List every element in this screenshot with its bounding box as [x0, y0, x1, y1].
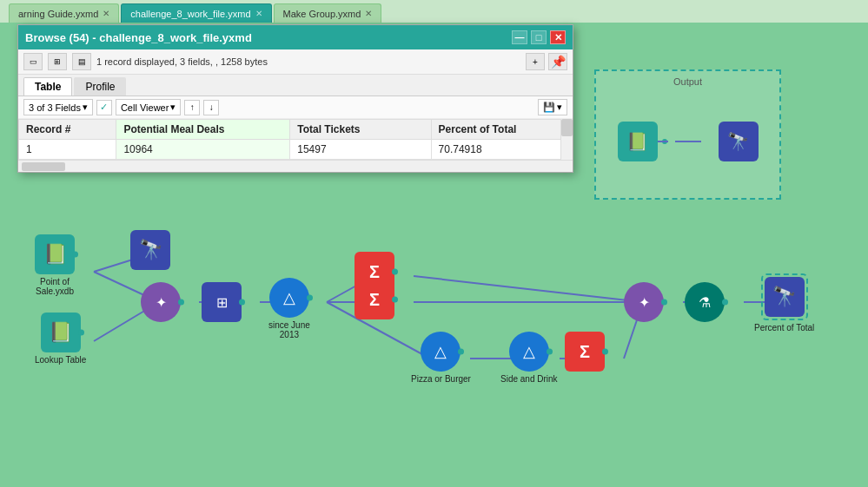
fields-dropdown-icon: ▾	[83, 102, 88, 113]
up-arrow-button[interactable]: ↑	[184, 100, 200, 115]
tab-close-icon[interactable]: ✕	[103, 9, 109, 18]
node-icon-filter-june: △	[269, 278, 309, 318]
binoculars-icon: 🔭	[139, 239, 162, 261]
view-split-btn[interactable]: ▤	[72, 53, 91, 70]
node-browse-final[interactable]: 🔭 Percent of Total	[754, 273, 814, 332]
right-toolbar-buttons: 💾 ▾	[538, 99, 567, 115]
tab-close-icon[interactable]: ✕	[365, 9, 372, 18]
binoculars-icon: 🔭	[727, 131, 749, 152]
node-filter-june[interactable]: △ since June2013	[268, 278, 310, 339]
node-icon-filter-side: △	[509, 332, 549, 372]
join-icon: ✦	[639, 294, 650, 311]
view-single-btn[interactable]: ▭	[23, 53, 43, 70]
node-select1[interactable]: ⊞	[202, 282, 242, 322]
pin-button[interactable]: 📌	[548, 53, 567, 70]
browse-dialog: Browse (54) - challenge_8_work_file.yxmd…	[17, 24, 573, 173]
connector-dot-right	[307, 295, 313, 301]
horizontal-scrollbar[interactable]	[18, 160, 573, 172]
down-arrow-button[interactable]: ↓	[203, 100, 219, 115]
cell-viewer-dropdown-icon: ▾	[170, 102, 176, 113]
save-icon: 💾	[543, 102, 555, 113]
node-icon-point-of-sale: 📗	[35, 234, 75, 274]
scrollbar-handle	[561, 119, 573, 136]
col-header-meal-deals[interactable]: Potential Meal Deals	[116, 120, 290, 140]
tab-table[interactable]: Table	[23, 77, 72, 95]
cell-meal-deals: 10964	[116, 140, 290, 160]
minimize-icon: —	[515, 32, 525, 43]
save-dropdown-button[interactable]: 💾 ▾	[538, 99, 567, 115]
node-icon-join1: ✦	[141, 282, 181, 322]
down-arrow-icon: ↓	[209, 102, 214, 112]
dialog-titlebar: Browse (54) - challenge_8_work_file.yxmd…	[18, 25, 573, 49]
connector-dot-right	[602, 349, 608, 355]
node-icon-select1: ⊞	[202, 282, 242, 322]
output-book-node: 📗	[618, 122, 658, 161]
cell-viewer-label: Cell Viewer	[121, 102, 169, 113]
node-label-browse-final: Percent of Total	[754, 323, 814, 332]
check-button[interactable]: ✓	[96, 100, 112, 115]
minimize-button[interactable]: —	[512, 30, 527, 44]
node-join1[interactable]: ✦	[141, 282, 181, 322]
vertical-scrollbar[interactable]	[560, 119, 573, 160]
tab-profile[interactable]: Profile	[74, 77, 126, 95]
node-filter-pizza[interactable]: △ Pizza or Burger	[411, 332, 471, 384]
node-point-of-sale[interactable]: 📗 Point ofSale.yxdb	[35, 234, 75, 296]
connector-dot-right	[392, 297, 398, 303]
connector-dot-right	[72, 252, 78, 258]
output-label: Output	[673, 76, 702, 87]
status-text: 1 record displayed, 3 fields, , 1258 byt…	[96, 56, 520, 67]
dialog-title: Browse (54) - challenge_8_work_file.yxmd	[25, 31, 252, 44]
output-binoculars-node: 🔭	[719, 122, 759, 161]
connector-right	[658, 141, 665, 142]
save-dropdown-arrow: ▾	[557, 102, 562, 113]
col-header-record[interactable]: Record #	[19, 120, 116, 140]
add-button[interactable]: +	[526, 53, 545, 70]
up-arrow-icon: ↑	[190, 102, 195, 112]
output-box: Output 📗 🔭	[594, 69, 781, 200]
node-label-pizza: Pizza or Burger	[411, 374, 471, 384]
cell-percent: 70.74918	[431, 140, 572, 160]
tab-learning-guide[interactable]: arning Guide.yxmd ✕	[9, 3, 119, 23]
tab-make-group[interactable]: Make Group.yxmd ✕	[274, 3, 382, 23]
col-header-total-tickets[interactable]: Total Tickets	[290, 120, 431, 140]
h-scrollbar-handle	[22, 162, 65, 171]
fields-selector[interactable]: 3 of 3 Fields ▾	[23, 99, 93, 115]
node-sum3[interactable]: Σ	[565, 332, 605, 372]
node-icon-formula: ⚗	[685, 282, 725, 322]
tab-close-icon[interactable]: ✕	[255, 9, 262, 18]
tab-label: arning Guide.yxmd	[18, 9, 98, 19]
book-icon: 📗	[49, 321, 72, 344]
node-icon-join2: ✦	[624, 282, 664, 322]
output-nodes: 📗 🔭	[618, 122, 759, 161]
tab-table-label: Table	[35, 81, 61, 93]
filter-icon: △	[523, 342, 535, 361]
sum-icon: Σ	[580, 342, 590, 362]
tab-challenge-file[interactable]: challenge_8_work_file.yxmd ✕	[121, 3, 271, 23]
node-sum2[interactable]: Σ	[354, 280, 394, 319]
node-icon-lookup-table: 📗	[41, 313, 81, 352]
node-formula[interactable]: ⚗	[685, 282, 725, 322]
view-single-icon: ▭	[30, 57, 37, 66]
table-row: 1 10964 15497 70.74918	[19, 140, 573, 160]
book-icon: 📗	[626, 131, 648, 152]
close-button[interactable]: ✕	[550, 30, 566, 44]
node-label-side: Side and Drink	[500, 374, 558, 384]
cell-viewer-button[interactable]: Cell Viewer ▾	[116, 99, 181, 115]
pin-icon: 📌	[551, 55, 566, 69]
node-label-filter-june: since June2013	[268, 320, 310, 339]
check-icon: ✓	[100, 102, 108, 113]
connector-dot-right	[392, 269, 398, 275]
view-double-icon: ⊞	[54, 57, 61, 66]
view-double-btn[interactable]: ⊞	[48, 53, 67, 70]
tab-bar: arning Guide.yxmd ✕ challenge_8_work_fil…	[0, 0, 868, 23]
data-table: Record # Potential Meal Deals Total Tick…	[18, 119, 573, 160]
maximize-button[interactable]: □	[531, 30, 547, 44]
node-icon-filter-pizza: △	[421, 332, 461, 372]
col-header-percent[interactable]: Percent of Total	[431, 120, 572, 140]
node-join2[interactable]: ✦	[624, 282, 664, 322]
node-label-point-of-sale: Point ofSale.yxdb	[36, 277, 74, 296]
node-filter-side[interactable]: △ Side and Drink	[500, 332, 558, 384]
node-lookup-table[interactable]: 📗 Lookup Table	[35, 313, 86, 365]
node-binoculars-top[interactable]: 🔭	[130, 230, 170, 270]
formula-icon: ⚗	[699, 294, 711, 311]
